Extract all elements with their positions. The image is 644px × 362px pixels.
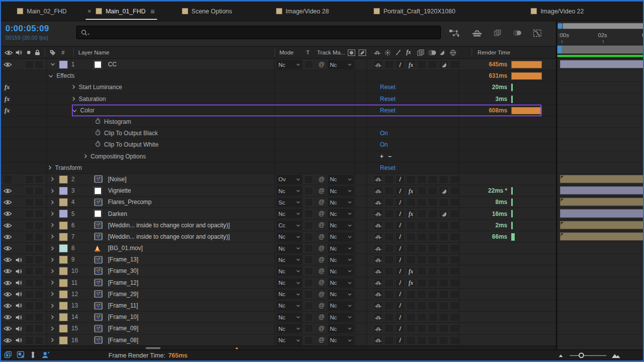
switch-empty[interactable] <box>450 175 459 184</box>
lock-toggle[interactable] <box>35 290 44 299</box>
solo-toggle[interactable] <box>25 187 34 195</box>
switch-shy[interactable] <box>374 302 383 310</box>
toolbar-graph-editor-button[interactable] <box>533 29 542 39</box>
preserve-transparency-toggle[interactable] <box>304 60 313 69</box>
switch-empty[interactable] <box>384 302 394 310</box>
switch-empty[interactable] <box>428 233 437 241</box>
solo-toggle[interactable] <box>25 336 34 345</box>
label-color-swatch[interactable] <box>59 175 68 184</box>
group-row[interactable]: TransformReset <box>1 162 556 174</box>
track-matte-pick-icon[interactable]: @ <box>316 220 327 231</box>
tab-image-video-28[interactable]: Image/Video 28 <box>273 4 332 19</box>
zoom-out-mountain-icon[interactable] <box>558 353 565 358</box>
switch-empty[interactable] <box>428 336 437 345</box>
layer-expander[interactable] <box>49 231 56 242</box>
switch-adjustment[interactable] <box>439 324 448 333</box>
layer-row-7[interactable]: 7[Weddin... inside to change color and o… <box>1 231 556 243</box>
track-matte-pick-icon[interactable]: @ <box>316 300 327 311</box>
switch-quality[interactable]: / <box>395 324 405 333</box>
switch-fx[interactable] <box>406 313 416 321</box>
label-color-swatch[interactable] <box>59 60 68 69</box>
layer-row-15[interactable]: 15[Frame_09]Nc@Nc/ <box>1 323 556 334</box>
switch-empty[interactable] <box>417 256 427 264</box>
preserve-transparency-toggle[interactable] <box>304 198 313 207</box>
layer-row-8[interactable]: 8[BG_01.mov]Nc@Nc/ <box>1 243 556 254</box>
audio-toggle[interactable] <box>13 255 24 264</box>
current-timecode[interactable]: 0:00:05:09 <box>5 24 49 34</box>
track-matte-dropdown[interactable]: Nc <box>328 232 354 242</box>
layer-expander[interactable] <box>49 220 56 231</box>
solo-toggle[interactable] <box>25 279 34 287</box>
switch-empty[interactable] <box>384 267 394 275</box>
track-matte-dropdown[interactable]: Nc <box>328 324 354 333</box>
blend-mode-dropdown[interactable]: Nc <box>276 312 302 322</box>
track-matte-dropdown[interactable]: Nc <box>328 266 354 276</box>
track-matte-dropdown[interactable]: Nc <box>328 278 354 288</box>
property-expander[interactable] <box>84 153 87 160</box>
switch-quality[interactable]: / <box>395 244 405 253</box>
switch-adjustment[interactable] <box>439 209 448 218</box>
layer-expander[interactable] <box>49 185 56 196</box>
layer-row-3[interactable]: 3VignietteNc@Nc/fx22ms * <box>1 185 556 197</box>
layer-row-10[interactable]: 10[Frame_30]Nc@Nc/fx <box>1 265 556 277</box>
switch-quality[interactable]: / <box>395 175 405 184</box>
switch-shy[interactable] <box>374 313 383 321</box>
property-row[interactable]: Histogram <box>1 116 556 128</box>
property-name[interactable]: Compositing Options <box>84 151 146 162</box>
layer-name[interactable]: [Noise] <box>108 174 274 185</box>
toolbar-composition-flowchart-button[interactable] <box>449 29 460 39</box>
timeline-row[interactable] <box>557 174 643 185</box>
work-area-bar[interactable] <box>557 46 643 53</box>
lock-toggle[interactable] <box>35 175 44 184</box>
switch-quality[interactable]: / <box>395 290 405 299</box>
switch-empty[interactable] <box>450 244 459 253</box>
track-matte-dropdown[interactable]: Nc <box>328 290 354 299</box>
solo-toggle[interactable] <box>25 302 34 310</box>
timeline-row[interactable] <box>557 289 643 300</box>
column-switch-shy[interactable] <box>374 47 381 58</box>
switch-adjustment[interactable] <box>439 290 448 299</box>
group-row[interactable]: Effects631ms <box>1 70 556 82</box>
group-name[interactable]: Effects <box>49 70 74 81</box>
switch-shy[interactable] <box>374 336 383 345</box>
eye-toggle[interactable] <box>2 244 13 253</box>
timeline-scrollbar-cap[interactable] <box>558 23 562 29</box>
timeline-row[interactable] <box>557 254 643 265</box>
column-layer-name[interactable]: Layer Name <box>78 47 109 58</box>
switch-empty[interactable] <box>417 198 427 207</box>
switch-empty[interactable] <box>417 324 427 333</box>
switch-adjustment[interactable] <box>439 267 448 275</box>
property-row[interactable]: Clip To Output BlackOn <box>1 128 556 139</box>
label-color-swatch[interactable] <box>59 336 68 345</box>
blend-mode-dropdown[interactable]: Nc <box>276 244 302 253</box>
audio-toggle[interactable] <box>13 336 24 345</box>
column-switch-threed[interactable] <box>450 47 456 58</box>
layer-duration-bar[interactable] <box>560 175 643 183</box>
timeline-row[interactable] <box>557 277 643 289</box>
solo-toggle[interactable] <box>25 267 34 275</box>
switch-fx[interactable]: fx <box>406 267 416 275</box>
switch-adjustment[interactable] <box>439 187 448 195</box>
timeline-scrollbar-track[interactable] <box>557 23 643 29</box>
switch-empty[interactable] <box>384 279 394 287</box>
column-solo[interactable] <box>27 47 31 58</box>
property-name[interactable]: Clip To Output White <box>95 139 159 150</box>
layer-expander[interactable] <box>49 277 56 288</box>
property-row[interactable]: Clip To Output WhiteOn <box>1 139 556 151</box>
audio-toggle[interactable] <box>13 266 24 276</box>
layer-name[interactable]: [Frame_29] <box>108 289 274 300</box>
column-tag[interactable] <box>50 47 56 58</box>
layer-expander[interactable] <box>49 174 56 185</box>
switch-empty[interactable] <box>384 60 394 69</box>
column-lock[interactable] <box>35 47 40 58</box>
blend-mode-dropdown[interactable]: Nc <box>276 278 302 288</box>
zoom-slider[interactable] <box>570 355 606 356</box>
blend-mode-dropdown[interactable]: Nc <box>276 336 302 345</box>
switch-fx[interactable] <box>406 221 416 230</box>
label-color-swatch[interactable] <box>59 256 68 264</box>
layer-name[interactable]: [Weddin... inside to change color and op… <box>108 231 274 242</box>
column-eye[interactable] <box>4 47 13 58</box>
label-color-swatch[interactable] <box>59 187 68 195</box>
switch-shy[interactable] <box>374 279 383 287</box>
switch-shy[interactable] <box>374 290 383 299</box>
